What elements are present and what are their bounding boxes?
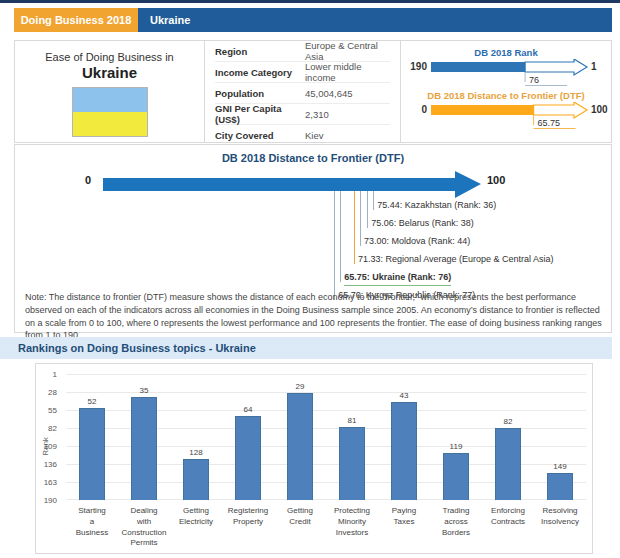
fact-label: Population: [215, 88, 305, 99]
category-label: Trading across Borders: [430, 506, 482, 549]
annotation-callout-line: [373, 191, 374, 210]
bar-slot: 82: [482, 428, 534, 500]
annotation-callout-line: [340, 191, 341, 282]
y-tick-label: 82: [48, 424, 57, 433]
y-tick-label: 55: [48, 406, 57, 415]
bar-value-label: 43: [400, 391, 409, 400]
bar: 128: [183, 459, 209, 500]
flag-yellow-stripe: [73, 112, 147, 136]
y-tick-label: 28: [48, 388, 57, 397]
bar: 35: [131, 397, 157, 500]
dtf-chart-panel: DB 2018 Distance to Frontier (DTF) 01007…: [14, 144, 612, 333]
svg-text:190: 190: [410, 61, 427, 72]
annotation-callout-line: [334, 191, 335, 300]
category-label: Registering Property: [222, 506, 274, 549]
ease-label: Ease of Doing Business in: [15, 51, 204, 63]
bar: 82: [495, 428, 521, 500]
category-label: Getting Electricity: [170, 506, 222, 549]
fact-value: 45,004,645: [305, 88, 353, 99]
fact-value: Europe & Central Asia: [305, 40, 390, 62]
country-facts-panel: RegionEurope & Central AsiaIncome Catego…: [204, 40, 401, 143]
bar-slot: 64: [222, 416, 274, 500]
bar: 64: [235, 416, 261, 500]
bar-value-label: 64: [244, 405, 253, 414]
bars: 52351286429814311982149: [66, 374, 586, 500]
dtf-note: Note: The distance to frontier (DTF) mea…: [25, 291, 603, 342]
y-tick-label: 190: [44, 496, 57, 505]
bar-value-label: 29: [296, 382, 305, 391]
fact-label: GNI Per Capita (US$): [215, 103, 305, 125]
bar-slot: 119: [430, 453, 482, 500]
bar-slot: 81: [326, 427, 378, 500]
y-tick-label: 109: [44, 442, 57, 451]
bar: 29: [287, 393, 313, 500]
svg-text:76: 76: [529, 75, 539, 85]
category-label: Paying Taxes: [378, 506, 430, 549]
rankings-bar-chart-panel: Rank 1285582109136163190 523512864298143…: [35, 363, 593, 554]
dtf-chart: 010075.44: Kazakhstan (Rank: 36)75.06: B…: [15, 167, 611, 289]
ease-of-business-panel: Ease of Doing Business in Ukraine: [14, 40, 205, 143]
annotation-label: 73.00: Moldova (Rank: 44): [364, 235, 470, 248]
fact-label: Region: [215, 46, 305, 57]
bar-slot: 43: [378, 402, 430, 500]
tab-country[interactable]: Ukraine: [138, 8, 612, 32]
bar-chart-plot: 52351286429814311982149: [66, 374, 586, 500]
tab-doing-business-2018[interactable]: Doing Business 2018: [14, 8, 138, 32]
bar-slot: 29: [274, 393, 326, 500]
y-tick-label: 163: [44, 478, 57, 487]
bar-slot: 128: [170, 459, 222, 500]
fact-label: City Covered: [215, 130, 305, 141]
bar-value-label: 81: [348, 416, 357, 425]
dtf-axis-min: 0: [85, 174, 91, 186]
rankings-section-header: Rankings on Doing Business topics - Ukra…: [0, 337, 612, 359]
svg-text:65.75: 65.75: [538, 118, 561, 128]
annotation-label: 75.06: Belarus (Rank: 38): [371, 217, 474, 230]
rank-arrow-widget: 190176: [401, 59, 613, 89]
rankings-section-title: Rankings on Doing Business topics - Ukra…: [18, 342, 256, 354]
bar: 43: [391, 402, 417, 500]
dtf-widget-title: DB 2018 Distance to Frontier (DTF): [401, 89, 611, 102]
flag-blue-stripe: [73, 88, 147, 112]
annotation-callout-line: [360, 191, 361, 246]
fact-label: Income Category: [215, 67, 305, 78]
bar-slot: 52: [66, 408, 118, 500]
bar-value-label: 128: [189, 448, 202, 457]
bar-value-label: 52: [88, 397, 97, 406]
bar-value-label: 35: [140, 386, 149, 395]
page: Doing Business 2018 Ukraine Ease of Doin…: [0, 0, 620, 558]
category-label: Enforcing Contracts: [482, 506, 534, 549]
bar: 119: [443, 453, 469, 500]
y-tick-label: 136: [44, 460, 57, 469]
y-axis-ticks: 1285582109136163190: [36, 374, 62, 500]
category-label: Starting a Business: [66, 506, 118, 549]
svg-text:0: 0: [421, 104, 427, 115]
svg-text:100: 100: [591, 104, 608, 115]
category-label: Getting Credit: [274, 506, 326, 549]
fact-value: 2,310: [305, 109, 329, 120]
fact-value: Lower middle income: [305, 61, 390, 83]
dtf-arrow-widget: 010065.75: [401, 102, 613, 132]
annotation-label: 75.44: Kazakhstan (Rank: 36): [377, 199, 496, 212]
country-facts-table: RegionEurope & Central AsiaIncome Catego…: [215, 41, 390, 145]
bar-slot: 149: [534, 473, 586, 500]
dtf-arrow-head: [455, 171, 481, 198]
bar-value-label: 149: [553, 462, 566, 471]
rank-widget: DB 2018 Rank 190176: [401, 46, 611, 89]
rank-widget-title: DB 2018 Rank: [401, 46, 611, 59]
fact-row: RegionEurope & Central Asia: [215, 41, 390, 62]
dtf-axis-max: 100: [487, 174, 505, 186]
dtf-chart-title: DB 2018 Distance to Frontier (DTF): [15, 152, 611, 164]
svg-text:1: 1: [591, 61, 597, 72]
fact-row: City CoveredKiev: [215, 125, 390, 145]
country-name: Ukraine: [15, 64, 204, 81]
y-tick-label: 1: [53, 370, 57, 379]
annotation-callout-line: [367, 191, 368, 228]
fact-row: Income CategoryLower middle income: [215, 62, 390, 83]
ukraine-flag: [72, 87, 148, 137]
fact-value: Kiev: [305, 130, 323, 141]
bar-value-label: 119: [450, 442, 463, 451]
bar: 81: [339, 427, 365, 500]
top-border: [0, 0, 620, 3]
x-axis-category-labels: Starting a BusinessDealing with Construc…: [66, 506, 586, 549]
bar-slot: 35: [118, 397, 170, 500]
